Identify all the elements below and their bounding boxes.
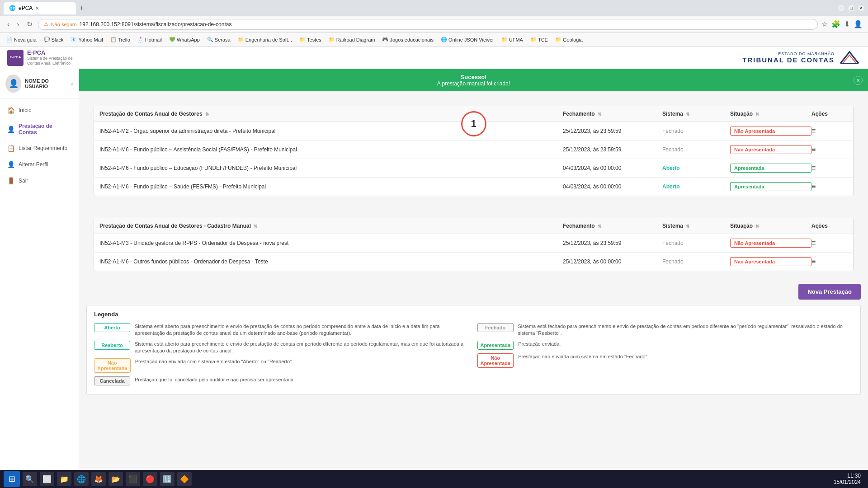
table2-col-situacao: Situação ⇅ (730, 223, 811, 229)
row-situacao-badge: Apresentada (730, 164, 811, 173)
row-actions-icon[interactable]: ≡ (811, 183, 848, 191)
maximize-button[interactable]: □ (848, 5, 854, 11)
row-name: IN52-A1-M3 - Unidade gestora de RPPS - O… (99, 240, 563, 246)
taskbar-explorer[interactable]: 📁 (57, 472, 71, 486)
table-row: IN52-A1-M2 - Órgão superior da administr… (94, 122, 853, 141)
taskbar-opera[interactable]: 🔴 (143, 472, 157, 486)
bookmark-star-icon[interactable]: ☆ (821, 20, 828, 28)
nova-prestacao-button[interactable]: Nova Prestação (798, 284, 861, 300)
download-icon[interactable]: ⬇ (844, 20, 850, 28)
legend-item: Cancelada Prestação que foi cancelada pe… (94, 376, 470, 385)
table1-col-sistema-label: Sistema (662, 111, 683, 117)
bookmark-item-hotmail[interactable]: 📩Hotmail (135, 36, 165, 43)
url-bar[interactable]: ⚠ Não seguro 192.168.200.152:8091/sistem… (38, 19, 818, 30)
new-tab-button[interactable]: + (78, 2, 85, 14)
extensions-icon[interactable]: 🧩 (831, 20, 840, 28)
taskbar-taskview[interactable]: ⬜ (40, 472, 54, 486)
taskbar-chrome[interactable]: 🌐 (74, 472, 89, 486)
bookmark-favicon: 📁 (530, 37, 537, 42)
legend-item: Não Apresentada Prestação não enviada co… (94, 358, 470, 373)
browser-chrome: 🌐 ePCA × + ─ □ × (0, 0, 868, 16)
legend-desc: Prestação não enviada com sistema em est… (135, 358, 293, 365)
sort2-fechamento-icon[interactable]: ⇅ (598, 224, 601, 229)
bookmark-label: UFMA (509, 37, 523, 42)
taskbar-calc[interactable]: 🔢 (160, 472, 175, 486)
legend-item: Apresentada Prestação enviada. (477, 341, 854, 350)
table2-col-sistema-label: Sistema (662, 223, 683, 229)
row-actions-icon[interactable]: ≡ (811, 164, 848, 172)
bookmark-item-engenharia-de-soft...[interactable]: 📁Engenharia de Soft... (235, 36, 295, 43)
sort-situacao-icon[interactable]: ⇅ (755, 112, 759, 117)
bookmark-item-yahoo-mail[interactable]: 📧Yahoo Mail (68, 36, 105, 43)
row-actions-icon[interactable]: ≡ (811, 258, 848, 266)
button-row: Nova Prestação (79, 278, 868, 305)
taskbar-search[interactable]: 🔍 (23, 472, 37, 486)
reload-button[interactable]: ↻ (25, 18, 34, 30)
start-button[interactable]: ⊞ (4, 471, 20, 487)
bookmark-favicon: 🎮 (382, 37, 388, 42)
sidebar-item-label: Início (19, 107, 32, 113)
row-name: IN52-A1-M6 - Fundo público – Assistência… (99, 146, 563, 153)
bookmark-item-trello[interactable]: 📋Trello (108, 36, 133, 43)
sidebar-item-listar-requerimento[interactable]: 📋Listar Requerimento (0, 140, 79, 156)
row-actions-icon[interactable]: ≡ (811, 239, 848, 247)
table2-col-prestacao: Prestação de Contas Anual de Gestores - … (99, 223, 563, 229)
sort2-prestacao-icon[interactable]: ⇅ (254, 224, 257, 229)
bookmark-item-geologia[interactable]: 📁Geologia (552, 36, 585, 43)
row-actions-icon[interactable]: ≡ (811, 127, 848, 135)
row-name: IN52-A1-M2 - Órgão superior da administr… (99, 128, 563, 134)
bookmark-item-tce[interactable]: 📁TCE (528, 36, 551, 43)
taskbar-files[interactable]: 📂 (108, 472, 123, 486)
back-button[interactable]: ‹ (5, 19, 11, 30)
bookmark-item-online-json-viewer[interactable]: 🌐Online JSON Viewer (438, 36, 497, 43)
sidebar-icon: 🚪 (7, 177, 15, 184)
bookmark-item-ufma[interactable]: 📁UFMA (499, 36, 526, 43)
row-fechamento: 04/03/2024, às 00:00:00 (563, 183, 662, 190)
legend-desc: Sistema está aberto para preenchimento e… (135, 323, 470, 337)
bookmark-item-nova-guia[interactable]: 📄Nova guia (4, 36, 39, 43)
forward-button[interactable]: › (15, 19, 21, 30)
table2-col-prestacao-label: Prestação de Contas Anual de Gestores - … (99, 223, 251, 229)
bookmark-item-whatsapp[interactable]: 💚WhatsApp (166, 36, 203, 43)
bookmark-item-serasa[interactable]: 🔍Serasa (204, 36, 233, 43)
taskbar-time-display: 11:30 (834, 473, 861, 479)
legend-item: Reaberto Sistema está aberto para preenc… (94, 341, 470, 355)
bookmark-label: Trello (118, 37, 130, 42)
window-controls: ─ □ × (838, 5, 864, 11)
profile-icon[interactable]: 👤 (854, 20, 863, 28)
sort-prestacao-icon[interactable]: ⇅ (205, 112, 209, 117)
sidebar-item-alterar-perfil[interactable]: 👤Alterar Perfil (0, 156, 79, 173)
legend-badge-label: Fechado (477, 323, 514, 332)
row-situacao-badge: Apresentada (730, 182, 811, 191)
browser-tab[interactable]: 🌐 ePCA × (4, 2, 76, 14)
sidebar-item-label: Sair (19, 178, 28, 184)
taskbar-cmd[interactable]: ⬛ (126, 472, 140, 486)
tribunal-name: TRIBUNAL DE CONTAS (742, 56, 835, 64)
epca-name: E-PCA (27, 49, 73, 56)
table1-col-fechamento-label: Fechamento (563, 111, 595, 117)
tab-title: ePCA (19, 5, 33, 11)
table2-rows: IN52-A1-M3 - Unidade gestora de RPPS - O… (94, 234, 853, 271)
sidebar-item-prestação-de-contas[interactable]: 👤Prestação de Contas (0, 118, 79, 140)
bookmark-item-railroad-diagram[interactable]: 📁Railroad Diagram (326, 36, 378, 43)
bookmark-item-slack[interactable]: 💬Slack (41, 36, 66, 43)
minimize-button[interactable]: ─ (838, 5, 844, 11)
close-button[interactable]: × (858, 5, 864, 11)
sidebar-item-início[interactable]: 🏠Início (0, 102, 79, 118)
sort-sistema-icon[interactable]: ⇅ (686, 112, 689, 117)
tab-close-button[interactable]: × (35, 5, 39, 12)
taskbar-git[interactable]: 🔶 (177, 472, 192, 486)
table2: Prestação de Contas Anual de Gestores - … (94, 218, 854, 271)
row-situacao-badge: Não Apresentada (730, 257, 811, 266)
sort-fechamento-icon[interactable]: ⇅ (598, 112, 601, 117)
sidebar-toggle-icon[interactable]: ‹ (71, 80, 73, 87)
sort2-situacao-icon[interactable]: ⇅ (755, 224, 759, 229)
table1-col-fechamento: Fechamento ⇅ (563, 111, 662, 117)
close-banner-button[interactable]: × (854, 76, 863, 85)
sidebar-item-sair[interactable]: 🚪Sair (0, 173, 79, 189)
taskbar-firefox[interactable]: 🦊 (91, 472, 106, 486)
sort2-sistema-icon[interactable]: ⇅ (686, 224, 689, 229)
bookmark-item-testes[interactable]: 📁Testes (297, 36, 324, 43)
row-actions-icon[interactable]: ≡ (811, 145, 848, 154)
bookmark-item-jogos-educacionais[interactable]: 🎮Jogos educacionais (379, 36, 436, 43)
